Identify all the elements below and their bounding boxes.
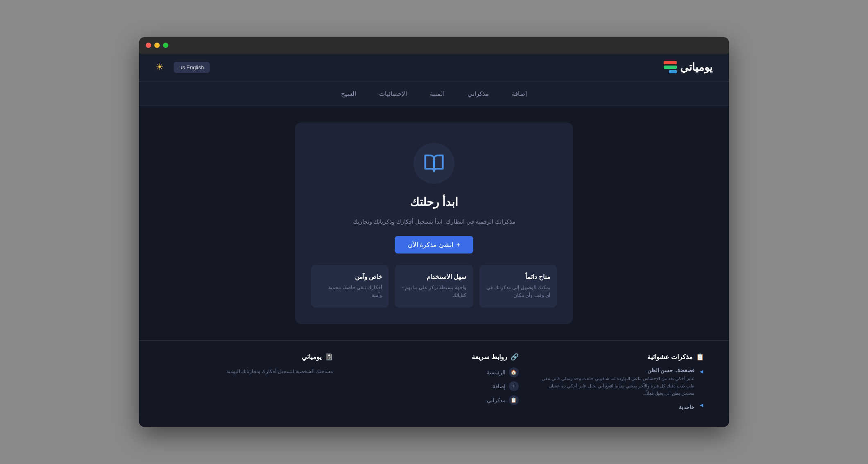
traffic-light-red[interactable]	[146, 43, 151, 48]
feature-title-0: متاح دائماً	[486, 273, 550, 281]
hero-subtitle: مذكراتك الرقمية في انتظارك. ابدأ بتسجيل …	[353, 217, 515, 226]
memo-item-0: ◄ فضفضة.. حسن الظن عايز أحكي بعد من الإح…	[535, 367, 704, 397]
feature-card-easy-use: سهل الاستخدام واجهة بسيطة تركز على ما يه…	[395, 265, 472, 308]
footer: 📋 مذكرات عشوائية ◄ فضفضة.. حسن الظن عايز…	[139, 340, 729, 427]
logo: يومياتي	[664, 61, 712, 74]
nav-item-stats[interactable]: الإحصائيات	[376, 88, 410, 99]
memo-arrow-0: ◄	[698, 368, 704, 375]
book-icon-container	[414, 143, 454, 184]
footer-brand-label: يومياتي	[302, 353, 321, 361]
features-grid: متاح دائماً بمكنك الوصول إلى مذكراتك في …	[311, 265, 557, 308]
feature-desc-1: واجهة بسيطة تركز على ما يهم - كتاباتك	[402, 284, 466, 299]
logo-bar-3	[669, 70, 677, 73]
footer-link-add[interactable]: + إضافة	[349, 381, 518, 391]
traffic-light-green[interactable]	[163, 43, 168, 48]
memo-arrow-1: ◄	[698, 402, 704, 408]
book-icon	[423, 153, 445, 174]
footer-brand-desc: مساحتك الشخصية لتسجيل أفكارك وتجارباتك ا…	[164, 367, 333, 376]
memo-content-0: فضفضة.. حسن الظن عايز أحكي بعد من الإحسا…	[535, 367, 694, 397]
memo-title-0: فضفضة.. حسن الظن	[535, 367, 694, 373]
quick-links-label: روابط سريعة	[472, 353, 507, 361]
nav-item-add[interactable]: إضافة	[509, 88, 530, 99]
memo-text-0: عايز أحكي بعد من الإحساس بتاعي النهارده …	[535, 375, 694, 397]
create-btn-icon: +	[457, 241, 460, 249]
logo-bar-1	[664, 61, 677, 64]
feature-card-always-available: متاح دائماً بمكنك الوصول إلى مذكراتك في …	[479, 265, 557, 308]
link-label-home: الرئيسية	[487, 369, 506, 376]
random-memos-label: مذكرات عشوائية	[647, 353, 693, 361]
memo-content-1: خاحدية	[679, 401, 694, 410]
feature-desc-0: بمكنك الوصول إلى مذكراتك في أي وقت وأي م…	[486, 284, 550, 299]
feature-desc-2: أفكارك تبقى خاصة، محمية وآمنة	[318, 284, 382, 299]
feature-card-private: خاص وآمن أفكارك تبقى خاصة، محمية وآمنة	[311, 265, 389, 308]
header: يومياتي ☀ us English	[139, 54, 729, 82]
footer-link-notes[interactable]: 📋 مذكراتي	[349, 395, 518, 405]
quick-links-title: 🔗 روابط سريعة	[349, 353, 518, 361]
memo-item-1: ◄ خاحدية	[535, 401, 704, 410]
feature-title-1: سهل الاستخدام	[402, 273, 466, 281]
link-label-notes: مذكراتي	[487, 397, 506, 403]
footer-link-home[interactable]: 🏠 الرئيسية	[349, 367, 518, 377]
navigation: إضافة مذكراتي المنبة الإحصائيات السيح	[139, 82, 729, 106]
feature-title-2: خاص وآمن	[318, 273, 382, 281]
browser-window: يومياتي ☀ us English إضافة مذكراتي المنب…	[139, 37, 729, 427]
memo-title-1: خاحدية	[679, 404, 694, 410]
footer-brand-title: 📓 يومياتي	[164, 353, 333, 361]
app-container: يومياتي ☀ us English إضافة مذكراتي المنب…	[139, 54, 729, 427]
theme-toggle-icon[interactable]: ☀	[156, 62, 167, 73]
nav-item-alarm[interactable]: المنبة	[427, 88, 448, 99]
footer-brand: 📓 يومياتي مساحتك الشخصية لتسجيل أفكارك و…	[164, 353, 333, 414]
quick-links-icon: 🔗	[511, 353, 519, 361]
create-btn-label: انشئ مذكرة الآن	[408, 241, 453, 249]
browser-chrome	[139, 37, 729, 54]
logo-bar-2	[664, 66, 677, 69]
main-content: ابدأ رحلتك مذكراتك الرقمية في انتظارك. ا…	[139, 106, 729, 341]
logo-text: يومياتي	[680, 61, 712, 74]
nav-item-my-notes[interactable]: مذكراتي	[464, 88, 492, 99]
traffic-light-yellow[interactable]	[154, 43, 160, 48]
link-icon-add: +	[509, 381, 519, 391]
hero-card: ابدأ رحلتك مذكراتك الرقمية في انتظارك. ا…	[295, 122, 573, 324]
random-memos-icon: 📋	[696, 353, 704, 361]
create-note-button[interactable]: + انشئ مذكرة الآن	[395, 236, 473, 254]
logo-icon	[664, 61, 677, 74]
hero-title: ابدأ رحلتك	[410, 195, 459, 209]
footer-brand-icon: 📓	[325, 353, 333, 361]
link-icon-notes: 📋	[509, 395, 519, 405]
link-label-add: إضافة	[493, 383, 506, 389]
nav-item-search[interactable]: السيح	[338, 88, 359, 99]
footer-random-memos: 📋 مذكرات عشوائية ◄ فضفضة.. حسن الظن عايز…	[535, 353, 704, 414]
footer-quick-links: 🔗 روابط سريعة 🏠 الرئيسية + إضافة 📋 مذكرا…	[349, 353, 518, 414]
header-controls: ☀ us English	[156, 62, 210, 73]
random-memos-title: 📋 مذكرات عشوائية	[535, 353, 704, 361]
link-icon-home: 🏠	[509, 367, 519, 377]
language-button[interactable]: us English	[174, 62, 210, 73]
